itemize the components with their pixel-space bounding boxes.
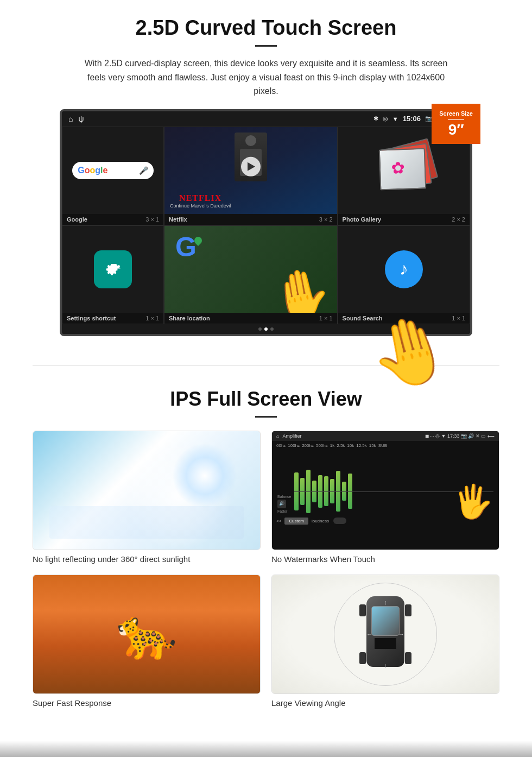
amp-home-icon: ⌂ — [276, 433, 279, 439]
section2-title: IPS Full Screen View — [33, 388, 499, 411]
maps-widget: G 🤚 Share location 1 × 1 — [164, 225, 338, 324]
viewing-arrow-left: ← — [366, 630, 373, 638]
scroll-dots — [62, 324, 470, 334]
music-note-icon: ♪ — [400, 259, 408, 279]
sun-glow — [172, 443, 237, 508]
car-windshield — [371, 606, 400, 636]
feature-viewing-label: Large Viewing Angle — [271, 698, 499, 708]
features-grid: No light reflecting under 360° direct su… — [33, 431, 499, 708]
settings-name: Settings shortcut — [67, 315, 116, 321]
settings-widget-content — [62, 226, 163, 313]
wheel-rr — [405, 652, 411, 664]
wheel-fl — [359, 604, 366, 616]
photo-size: 2 × 2 — [452, 216, 465, 223]
viewing-arrow-right: → — [398, 630, 404, 638]
dot-2 — [264, 327, 268, 331]
cheetah-emoji: 🐆 — [116, 605, 177, 663]
maps-name: Share location — [169, 315, 210, 321]
google-widget: Google 🎤 Google 3 × 1 — [62, 127, 164, 225]
maps-widget-content: G 🤚 — [164, 226, 337, 313]
netflix-size: 3 × 2 — [319, 216, 333, 223]
feature-speed-img: 🐆 — [33, 575, 261, 694]
netflix-play-button[interactable] — [241, 157, 261, 176]
amp-header: ⌂ Amplifier ◼ ··· ◎ ▼ 17:33 📷 🔊 ✕ ▭ ⟵ — [272, 431, 499, 441]
section2-underline — [255, 416, 277, 418]
sunlight-scene — [33, 431, 260, 550]
screen-size-badge: Screen Size 9″ — [432, 104, 480, 144]
car-roof — [375, 638, 396, 649]
sound-search-name: Sound Search — [343, 315, 383, 321]
cheetah-scene: 🐆 — [33, 575, 260, 693]
screen-size-value: 9″ — [439, 122, 473, 137]
feature-watermarks-label: No Watermarks When Touch — [271, 554, 499, 564]
feature-sunlight-img — [33, 431, 261, 550]
section-ips: IPS Full Screen View No light reflecting… — [0, 382, 532, 724]
status-bar: ⌂ ψ ✱ ◎ ▼ 15:06 📷 🔊 ✕ ▭ — [62, 111, 470, 127]
sunlight-device — [49, 506, 244, 539]
dot-1 — [258, 327, 262, 331]
usb-icon: ψ — [78, 115, 84, 123]
dot-3 — [270, 327, 274, 331]
gear-icon — [102, 258, 124, 280]
maps-size: 1 × 1 — [319, 315, 333, 321]
settings-icon-wrap — [94, 250, 132, 288]
google-logo: Google — [78, 166, 107, 175]
google-size: 3 × 1 — [145, 216, 159, 223]
sound-search-widget: ♪ Sound Search 1 × 1 — [338, 225, 470, 324]
car-top-view: ↑ ↓ ← → — [364, 596, 407, 672]
feature-viewing: ↑ ↓ ← → Large Viewing Angle — [271, 575, 499, 708]
google-search-bar[interactable]: Google 🎤 — [72, 162, 153, 179]
status-time: 15:06 — [403, 115, 421, 123]
section-divider — [33, 365, 499, 366]
status-bar-left: ⌂ ψ — [68, 115, 84, 123]
photo-card-3 — [379, 148, 427, 190]
eq-hand: 🖐 — [453, 482, 493, 521]
wheel-rl — [359, 652, 366, 664]
google-widget-label: Google 3 × 1 — [62, 214, 163, 225]
bluetooth-icon: ✱ — [373, 115, 378, 122]
feature-watermarks-img: ⌂ Amplifier ◼ ··· ◎ ▼ 17:33 📷 🔊 ✕ ▭ ⟵ 60… — [271, 431, 499, 550]
viewing-arrow-top: ↑ — [384, 599, 387, 607]
eq-bars-container: 🖐 Balance 🔊 Fader — [272, 450, 499, 515]
mic-icon: 🎤 — [139, 166, 148, 175]
map-marker — [194, 237, 202, 244]
netflix-logo: NETFLIX — [170, 193, 231, 203]
screen-badge-label: Screen Size — [439, 110, 473, 117]
amplifier-scene: ⌂ Amplifier ◼ ··· ◎ ▼ 17:33 📷 🔊 ✕ ▭ ⟵ 60… — [272, 431, 499, 550]
netflix-widget-label: Netflix 3 × 2 — [164, 214, 337, 225]
netflix-widget-content: NETFLIX Continue Marvel's Daredevil — [164, 127, 337, 214]
feature-sunlight-label: No light reflecting under 360° direct su… — [33, 554, 261, 564]
maps-g-logo: G — [175, 231, 197, 263]
sound-search-label: Sound Search 1 × 1 — [338, 313, 470, 324]
netflix-name: Netflix — [169, 216, 187, 223]
device-mockup: Screen Size 9″ ⌂ ψ ✱ ◎ ▼ 15:06 📷 🔊 ✕ — [60, 109, 472, 336]
car-scene: ↑ ↓ ← → — [272, 575, 499, 693]
music-widget-content: ♪ — [338, 226, 470, 313]
netflix-widget: NETFLIX Continue Marvel's Daredevil Netf… — [164, 127, 338, 225]
location-icon: ◎ — [383, 115, 388, 122]
feature-speed: 🐆 Super Fast Response — [33, 575, 261, 708]
section-curved-touch: 2.5D Curved Touch Screen With 2.5D curve… — [0, 0, 532, 349]
viewing-arrow-bottom: ↓ — [384, 662, 387, 670]
photo-widget-label: Photo Gallery 2 × 2 — [338, 214, 470, 225]
device-screen: ⌂ ψ ✱ ◎ ▼ 15:06 📷 🔊 ✕ ▭ — [60, 109, 472, 336]
netflix-bg: NETFLIX Continue Marvel's Daredevil — [164, 127, 337, 214]
amp-title: Amplifier — [282, 433, 301, 439]
settings-widget: Settings shortcut 1 × 1 — [62, 225, 164, 324]
music-icon-wrap: ♪ — [385, 250, 423, 288]
photo-stack — [377, 143, 431, 198]
widgets-bottom-row: Settings shortcut 1 × 1 G — [62, 225, 470, 324]
google-widget-content: Google 🎤 — [62, 127, 163, 214]
sound-search-size: 1 × 1 — [452, 315, 465, 321]
home-icon: ⌂ — [68, 115, 73, 123]
amp-icons: ◼ ··· ◎ ▼ 17:33 📷 🔊 ✕ ▭ ⟵ — [425, 433, 495, 439]
feature-sunlight: No light reflecting under 360° direct su… — [33, 431, 261, 564]
settings-size: 1 × 1 — [145, 315, 159, 321]
wifi-icon: ▼ — [392, 116, 398, 122]
feature-viewing-img: ↑ ↓ ← → — [271, 575, 499, 694]
feature-watermarks: ⌂ Amplifier ◼ ··· ◎ ▼ 17:33 📷 🔊 ✕ ▭ ⟵ 60… — [271, 431, 499, 564]
section1-description: With 2.5D curved-display screen, this de… — [81, 56, 451, 98]
amp-freq-labels: 60hz100hz200hz500hz1k2.5k10k12.5k15kSUB — [272, 441, 499, 450]
netflix-info: NETFLIX Continue Marvel's Daredevil — [170, 193, 231, 209]
section1-underline — [255, 45, 277, 47]
